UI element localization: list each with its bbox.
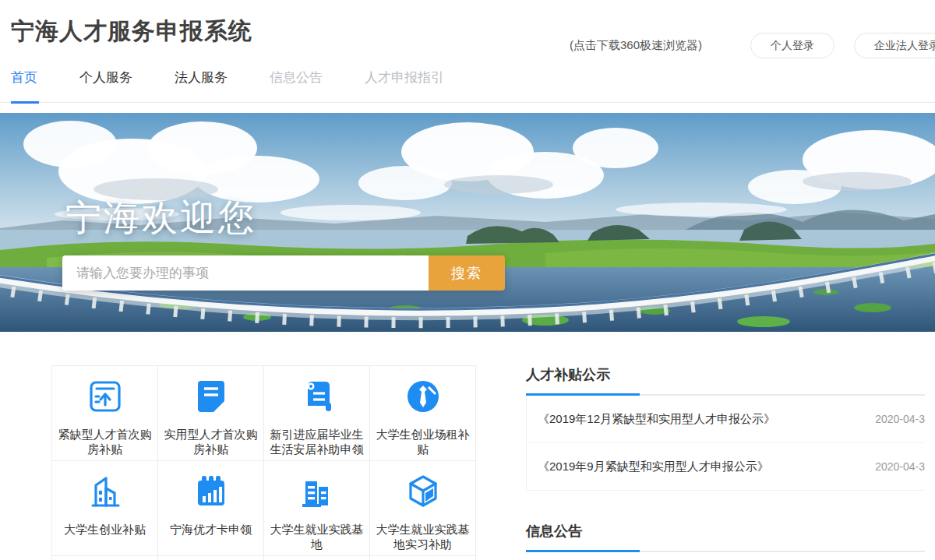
service-label: 大学生就业实践基地 bbox=[268, 522, 366, 551]
search-button[interactable]: 搜索 bbox=[429, 255, 505, 291]
cube-icon bbox=[404, 472, 443, 511]
service-item-practical-housing[interactable]: 实用型人才首次购房补贴 bbox=[158, 366, 264, 461]
tie-badge-icon bbox=[404, 377, 443, 416]
nav-item-announcements[interactable]: 信息公告 bbox=[270, 69, 323, 102]
service-grid-row3-stub bbox=[264, 556, 370, 560]
service-grid-row3-stub bbox=[370, 556, 476, 560]
service-item-startup-rent[interactable]: 大学生创业场租补贴 bbox=[370, 366, 476, 461]
subsidy-publicity-heading: 人才补贴公示 bbox=[526, 365, 925, 396]
scroll-icon bbox=[298, 377, 337, 416]
list-item[interactable]: 《2019年12月紧缺型和实用型人才申报公示》 2020-04-3 bbox=[527, 396, 925, 443]
notice-title: 《2019年12月紧缺型和实用型人才申报公示》 bbox=[538, 412, 775, 427]
service-grid: 紧缺型人才首次购房补贴 实用型人才首次购房补贴 新引进应届毕业生生活安居补助申领 bbox=[51, 365, 477, 560]
notice-title: 《2019年9月紧缺型和实用型人才申报公示》 bbox=[538, 460, 769, 474]
service-label: 新引进应届毕业生生活安居补助申领 bbox=[268, 427, 366, 456]
service-label: 紧缺型人才首次购房补贴 bbox=[56, 427, 154, 456]
buildings-solid-icon bbox=[298, 472, 337, 511]
nav-item-home[interactable]: 首页 bbox=[11, 69, 37, 102]
service-item-internship-subsidy[interactable]: 大学生就业实践基地实习补助 bbox=[370, 461, 476, 556]
service-item-talent-card[interactable]: 宁海优才卡申领 bbox=[158, 461, 264, 556]
document-icon bbox=[192, 377, 231, 416]
subsidy-publicity-list: 《2019年12月紧缺型和实用型人才申报公示》 2020-04-3 《2019年… bbox=[526, 396, 925, 491]
main-nav: 首页 个人服务 法人服务 信息公告 人才申报指引 bbox=[0, 69, 935, 103]
upload-doc-icon bbox=[86, 377, 125, 416]
download-browser-link[interactable]: (点击下载360极速浏览器) bbox=[570, 38, 702, 53]
service-item-shortage-housing[interactable]: 紧缺型人才首次购房补贴 bbox=[52, 366, 158, 461]
search-input[interactable] bbox=[62, 255, 429, 291]
talent-card-icon bbox=[192, 472, 231, 511]
welcome-headline: 宁海欢迎您 bbox=[65, 194, 256, 242]
service-item-practice-base[interactable]: 大学生就业实践基地 bbox=[264, 461, 370, 556]
enterprise-login-button[interactable]: 企业法人登录 bbox=[854, 33, 935, 58]
list-item[interactable]: 《2019年9月紧缺型和实用型人才申报公示》 2020-04-3 bbox=[527, 443, 925, 491]
search-bar: 搜索 bbox=[62, 255, 505, 291]
site-title: 宁海人才服务申报系统 bbox=[11, 16, 252, 48]
info-announcement-heading: 信息公告 bbox=[526, 522, 925, 552]
nav-item-personal-services[interactable]: 个人服务 bbox=[79, 69, 132, 102]
service-grid-row3-stub bbox=[52, 556, 158, 560]
service-label: 大学生创业场租补贴 bbox=[374, 427, 472, 456]
hero-banner: 宁海欢迎您 搜索 bbox=[0, 113, 935, 332]
main-content: 紧缺型人才首次购房补贴 实用型人才首次购房补贴 新引进应届毕业生生活安居补助申领 bbox=[0, 365, 935, 560]
service-label: 大学生创业补贴 bbox=[56, 522, 154, 537]
notice-date: 2020-04-3 bbox=[875, 460, 925, 473]
personal-login-button[interactable]: 个人登录 bbox=[750, 33, 834, 58]
notice-date: 2020-04-3 bbox=[875, 413, 925, 425]
service-item-graduate-settlement[interactable]: 新引进应届毕业生生活安居补助申领 bbox=[264, 366, 370, 461]
service-label: 实用型人才首次购房补贴 bbox=[162, 427, 260, 456]
service-label: 宁海优才卡申领 bbox=[162, 522, 260, 537]
nav-item-legal-services[interactable]: 法人服务 bbox=[175, 69, 228, 102]
service-item-startup-subsidy[interactable]: 大学生创业补贴 bbox=[52, 461, 158, 556]
service-grid-row3-stub bbox=[158, 556, 264, 560]
buildings-outline-icon bbox=[86, 472, 125, 511]
service-label: 大学生就业实践基地实习补助 bbox=[374, 522, 472, 551]
right-panel: 人才补贴公示 《2019年12月紧缺型和实用型人才申报公示》 2020-04-3… bbox=[526, 365, 925, 552]
nav-item-talent-guide[interactable]: 人才申报指引 bbox=[365, 69, 444, 102]
top-bar: 宁海人才服务申报系统 (点击下载360极速浏览器) 个人登录 企业法人登录 bbox=[0, 0, 935, 69]
